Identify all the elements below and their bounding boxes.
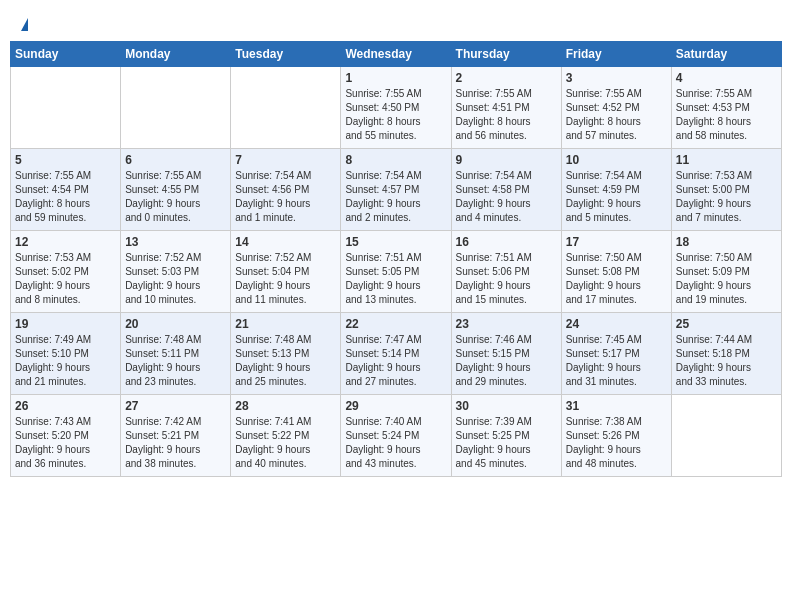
day-header-friday: Friday — [561, 42, 671, 67]
day-info: Sunrise: 7:50 AM Sunset: 5:08 PM Dayligh… — [566, 251, 667, 307]
day-number: 11 — [676, 153, 777, 167]
day-info: Sunrise: 7:49 AM Sunset: 5:10 PM Dayligh… — [15, 333, 116, 389]
calendar-cell: 22Sunrise: 7:47 AM Sunset: 5:14 PM Dayli… — [341, 313, 451, 395]
day-info: Sunrise: 7:41 AM Sunset: 5:22 PM Dayligh… — [235, 415, 336, 471]
day-number: 8 — [345, 153, 446, 167]
calendar-cell: 18Sunrise: 7:50 AM Sunset: 5:09 PM Dayli… — [671, 231, 781, 313]
calendar-cell: 12Sunrise: 7:53 AM Sunset: 5:02 PM Dayli… — [11, 231, 121, 313]
day-info: Sunrise: 7:38 AM Sunset: 5:26 PM Dayligh… — [566, 415, 667, 471]
calendar-cell — [11, 67, 121, 149]
day-number: 2 — [456, 71, 557, 85]
day-number: 17 — [566, 235, 667, 249]
day-info: Sunrise: 7:47 AM Sunset: 5:14 PM Dayligh… — [345, 333, 446, 389]
calendar-cell: 7Sunrise: 7:54 AM Sunset: 4:56 PM Daylig… — [231, 149, 341, 231]
calendar-cell: 13Sunrise: 7:52 AM Sunset: 5:03 PM Dayli… — [121, 231, 231, 313]
day-info: Sunrise: 7:55 AM Sunset: 4:53 PM Dayligh… — [676, 87, 777, 143]
day-header-tuesday: Tuesday — [231, 42, 341, 67]
day-info: Sunrise: 7:39 AM Sunset: 5:25 PM Dayligh… — [456, 415, 557, 471]
day-number: 1 — [345, 71, 446, 85]
calendar-cell: 1Sunrise: 7:55 AM Sunset: 4:50 PM Daylig… — [341, 67, 451, 149]
day-info: Sunrise: 7:43 AM Sunset: 5:20 PM Dayligh… — [15, 415, 116, 471]
calendar-cell: 24Sunrise: 7:45 AM Sunset: 5:17 PM Dayli… — [561, 313, 671, 395]
day-info: Sunrise: 7:54 AM Sunset: 4:59 PM Dayligh… — [566, 169, 667, 225]
day-number: 25 — [676, 317, 777, 331]
calendar-cell: 23Sunrise: 7:46 AM Sunset: 5:15 PM Dayli… — [451, 313, 561, 395]
day-info: Sunrise: 7:55 AM Sunset: 4:55 PM Dayligh… — [125, 169, 226, 225]
week-row-1: 1Sunrise: 7:55 AM Sunset: 4:50 PM Daylig… — [11, 67, 782, 149]
day-number: 12 — [15, 235, 116, 249]
day-number: 13 — [125, 235, 226, 249]
day-info: Sunrise: 7:55 AM Sunset: 4:52 PM Dayligh… — [566, 87, 667, 143]
day-info: Sunrise: 7:55 AM Sunset: 4:51 PM Dayligh… — [456, 87, 557, 143]
calendar-cell: 2Sunrise: 7:55 AM Sunset: 4:51 PM Daylig… — [451, 67, 561, 149]
day-info: Sunrise: 7:48 AM Sunset: 5:13 PM Dayligh… — [235, 333, 336, 389]
calendar-cell — [121, 67, 231, 149]
day-info: Sunrise: 7:46 AM Sunset: 5:15 PM Dayligh… — [456, 333, 557, 389]
week-row-4: 19Sunrise: 7:49 AM Sunset: 5:10 PM Dayli… — [11, 313, 782, 395]
day-info: Sunrise: 7:51 AM Sunset: 5:06 PM Dayligh… — [456, 251, 557, 307]
calendar-cell: 20Sunrise: 7:48 AM Sunset: 5:11 PM Dayli… — [121, 313, 231, 395]
day-number: 26 — [15, 399, 116, 413]
calendar-cell: 11Sunrise: 7:53 AM Sunset: 5:00 PM Dayli… — [671, 149, 781, 231]
day-number: 22 — [345, 317, 446, 331]
calendar-cell — [671, 395, 781, 477]
day-header-wednesday: Wednesday — [341, 42, 451, 67]
calendar-table: SundayMondayTuesdayWednesdayThursdayFrid… — [10, 41, 782, 477]
day-info: Sunrise: 7:45 AM Sunset: 5:17 PM Dayligh… — [566, 333, 667, 389]
day-number: 23 — [456, 317, 557, 331]
day-header-saturday: Saturday — [671, 42, 781, 67]
calendar-cell — [231, 67, 341, 149]
week-row-2: 5Sunrise: 7:55 AM Sunset: 4:54 PM Daylig… — [11, 149, 782, 231]
calendar-cell: 14Sunrise: 7:52 AM Sunset: 5:04 PM Dayli… — [231, 231, 341, 313]
day-header-monday: Monday — [121, 42, 231, 67]
day-info: Sunrise: 7:54 AM Sunset: 4:57 PM Dayligh… — [345, 169, 446, 225]
day-info: Sunrise: 7:54 AM Sunset: 4:58 PM Dayligh… — [456, 169, 557, 225]
week-row-3: 12Sunrise: 7:53 AM Sunset: 5:02 PM Dayli… — [11, 231, 782, 313]
day-header-row: SundayMondayTuesdayWednesdayThursdayFrid… — [11, 42, 782, 67]
calendar-cell: 27Sunrise: 7:42 AM Sunset: 5:21 PM Dayli… — [121, 395, 231, 477]
day-number: 27 — [125, 399, 226, 413]
day-info: Sunrise: 7:54 AM Sunset: 4:56 PM Dayligh… — [235, 169, 336, 225]
day-info: Sunrise: 7:42 AM Sunset: 5:21 PM Dayligh… — [125, 415, 226, 471]
calendar-cell: 30Sunrise: 7:39 AM Sunset: 5:25 PM Dayli… — [451, 395, 561, 477]
day-number: 30 — [456, 399, 557, 413]
day-info: Sunrise: 7:55 AM Sunset: 4:54 PM Dayligh… — [15, 169, 116, 225]
day-info: Sunrise: 7:52 AM Sunset: 5:04 PM Dayligh… — [235, 251, 336, 307]
day-number: 4 — [676, 71, 777, 85]
day-info: Sunrise: 7:50 AM Sunset: 5:09 PM Dayligh… — [676, 251, 777, 307]
day-number: 14 — [235, 235, 336, 249]
day-header-thursday: Thursday — [451, 42, 561, 67]
day-info: Sunrise: 7:51 AM Sunset: 5:05 PM Dayligh… — [345, 251, 446, 307]
calendar-cell: 26Sunrise: 7:43 AM Sunset: 5:20 PM Dayli… — [11, 395, 121, 477]
day-number: 6 — [125, 153, 226, 167]
calendar-cell: 5Sunrise: 7:55 AM Sunset: 4:54 PM Daylig… — [11, 149, 121, 231]
day-number: 19 — [15, 317, 116, 331]
day-number: 31 — [566, 399, 667, 413]
day-info: Sunrise: 7:55 AM Sunset: 4:50 PM Dayligh… — [345, 87, 446, 143]
day-info: Sunrise: 7:40 AM Sunset: 5:24 PM Dayligh… — [345, 415, 446, 471]
calendar-cell: 3Sunrise: 7:55 AM Sunset: 4:52 PM Daylig… — [561, 67, 671, 149]
calendar-cell: 9Sunrise: 7:54 AM Sunset: 4:58 PM Daylig… — [451, 149, 561, 231]
day-number: 15 — [345, 235, 446, 249]
day-number: 20 — [125, 317, 226, 331]
day-number: 24 — [566, 317, 667, 331]
day-number: 29 — [345, 399, 446, 413]
calendar-cell: 21Sunrise: 7:48 AM Sunset: 5:13 PM Dayli… — [231, 313, 341, 395]
calendar-cell: 10Sunrise: 7:54 AM Sunset: 4:59 PM Dayli… — [561, 149, 671, 231]
day-header-sunday: Sunday — [11, 42, 121, 67]
day-info: Sunrise: 7:48 AM Sunset: 5:11 PM Dayligh… — [125, 333, 226, 389]
calendar-cell: 17Sunrise: 7:50 AM Sunset: 5:08 PM Dayli… — [561, 231, 671, 313]
calendar-cell: 19Sunrise: 7:49 AM Sunset: 5:10 PM Dayli… — [11, 313, 121, 395]
logo-triangle-icon — [21, 18, 28, 31]
day-info: Sunrise: 7:53 AM Sunset: 5:00 PM Dayligh… — [676, 169, 777, 225]
day-number: 7 — [235, 153, 336, 167]
page-header — [10, 10, 782, 37]
day-number: 18 — [676, 235, 777, 249]
calendar-cell: 15Sunrise: 7:51 AM Sunset: 5:05 PM Dayli… — [341, 231, 451, 313]
week-row-5: 26Sunrise: 7:43 AM Sunset: 5:20 PM Dayli… — [11, 395, 782, 477]
day-number: 5 — [15, 153, 116, 167]
day-info: Sunrise: 7:52 AM Sunset: 5:03 PM Dayligh… — [125, 251, 226, 307]
day-number: 28 — [235, 399, 336, 413]
calendar-cell: 16Sunrise: 7:51 AM Sunset: 5:06 PM Dayli… — [451, 231, 561, 313]
calendar-cell: 4Sunrise: 7:55 AM Sunset: 4:53 PM Daylig… — [671, 67, 781, 149]
